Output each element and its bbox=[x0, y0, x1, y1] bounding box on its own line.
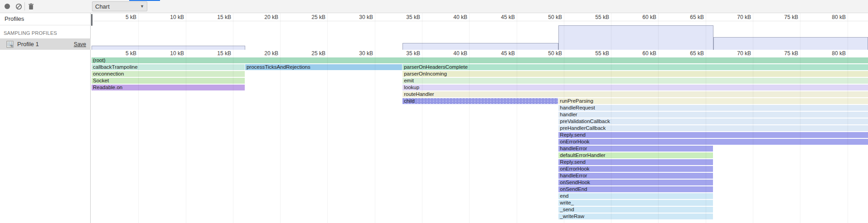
flame-bar-label: handleError bbox=[558, 146, 713, 152]
flame-bar-label: callbackTrampoline bbox=[92, 64, 245, 70]
flame-ruler-tick-label: 15 kB bbox=[217, 50, 231, 57]
flame-bar[interactable]: _send bbox=[558, 207, 713, 213]
overview-ruler-tick-label: 30 kB bbox=[359, 14, 373, 21]
gridline bbox=[280, 13, 281, 223]
overview-step[interactable] bbox=[402, 43, 558, 50]
gridline bbox=[564, 13, 564, 223]
flame-bar[interactable]: routeHandler bbox=[402, 91, 868, 97]
gridline bbox=[422, 13, 422, 223]
flame-bar[interactable]: onSendHook bbox=[558, 180, 713, 185]
flame-bar-label: _send bbox=[558, 207, 713, 213]
flame-bar[interactable]: onconnection bbox=[92, 71, 245, 77]
sidebar-title: Profiles bbox=[5, 15, 24, 22]
overview-ruler-tick-label: 80 kB bbox=[832, 14, 846, 21]
flame-bar[interactable]: handleError bbox=[558, 146, 713, 152]
sampling-profiles-heading: SAMPLING PROFILES bbox=[4, 30, 57, 36]
view-mode-select[interactable]: Chart ▼ bbox=[92, 1, 147, 11]
flame-bar-label: preValidationCallback bbox=[558, 119, 868, 124]
overview-ruler-tick-label: 20 kB bbox=[264, 14, 278, 21]
flame-bar[interactable]: parserOnIncoming bbox=[402, 71, 868, 77]
overview-ruler-tick-label: 50 kB bbox=[548, 14, 562, 21]
flame-ruler-tick-label: 55 kB bbox=[595, 50, 609, 57]
flame-bar[interactable]: Readable.on bbox=[92, 85, 245, 90]
flame-bar[interactable]: parserOnHeadersComplete bbox=[402, 64, 868, 70]
gridline bbox=[800, 13, 800, 223]
gridline bbox=[753, 13, 753, 223]
overview-ruler-tick-label: 40 kB bbox=[453, 14, 467, 21]
overview-step[interactable] bbox=[92, 46, 245, 50]
flame-bar[interactable]: preValidationCallback bbox=[558, 119, 868, 124]
gridline bbox=[611, 13, 611, 223]
flame-bar[interactable]: Socket bbox=[92, 78, 245, 84]
flame-ruler-tick-label: 70 kB bbox=[737, 50, 751, 57]
flame-ruler-tick-label: 50 kB bbox=[548, 50, 562, 57]
gridline bbox=[233, 13, 233, 223]
gridline bbox=[706, 13, 706, 223]
flame-bar[interactable]: onErrorHook bbox=[558, 139, 868, 145]
overview-ruler-tick-label: 10 kB bbox=[170, 14, 184, 21]
flame-bar[interactable]: runPreParsing bbox=[558, 98, 868, 104]
flame-ruler-tick-label: 30 kB bbox=[359, 50, 373, 57]
flame-bar[interactable]: emit bbox=[402, 78, 868, 84]
flame-bar-label: end bbox=[558, 193, 713, 199]
gridline bbox=[658, 13, 659, 223]
sidebar-item-profile-1[interactable]: % Profile 1 Save bbox=[0, 38, 91, 50]
flame-bar[interactable]: Reply.send bbox=[558, 132, 868, 138]
flame-bar-label: _writeRaw bbox=[558, 214, 713, 219]
overview-ruler-tick-label: 5 kB bbox=[126, 14, 136, 21]
overview-ruler-tick-label: 45 kB bbox=[501, 14, 515, 21]
view-mode-value: Chart bbox=[95, 3, 110, 10]
flame-bar-label: Socket bbox=[92, 78, 245, 84]
flame-ruler-tick-label: 5 kB bbox=[126, 50, 136, 57]
gridline bbox=[186, 13, 186, 223]
flame-bar[interactable]: onErrorHook bbox=[558, 166, 713, 172]
profiles-sidebar: Profiles SAMPLING PROFILES % Profile 1 S… bbox=[0, 13, 91, 223]
devtools-memory-panel: Chart ▼ Profiles SAMPLING PROFILES % Pro… bbox=[0, 0, 868, 223]
flame-ruler-tick-label: 80 kB bbox=[832, 50, 846, 57]
flame-bar[interactable]: end bbox=[558, 193, 713, 199]
flame-bar-label: onconnection bbox=[92, 71, 245, 77]
flame-bar-label: handleRequest bbox=[558, 105, 868, 111]
flame-bar-label: runPreParsing bbox=[558, 98, 868, 104]
overview-step[interactable] bbox=[713, 37, 868, 50]
flame-bar[interactable]: preHandlerCallback bbox=[558, 125, 868, 131]
flame-bar[interactable]: handleRequest bbox=[558, 105, 868, 111]
flame-bar[interactable]: lookup bbox=[402, 85, 868, 90]
flame-bar[interactable]: handleError bbox=[558, 173, 713, 179]
flame-bar[interactable]: child bbox=[402, 98, 558, 104]
flame-bar[interactable]: processTicksAndRejections bbox=[245, 64, 402, 70]
overview-ruler-tick-label: 75 kB bbox=[784, 14, 798, 21]
overview-ruler-tick-label: 25 kB bbox=[311, 14, 325, 21]
overview-ruler-tick-label: 15 kB bbox=[217, 14, 231, 21]
active-tab-indicator bbox=[129, 0, 160, 1]
save-profile-link[interactable]: Save bbox=[74, 41, 86, 47]
chevron-down-icon: ▼ bbox=[140, 4, 144, 9]
flame-bar-label: onSendEnd bbox=[558, 186, 713, 192]
clear-icon[interactable] bbox=[14, 2, 23, 11]
overview-ruler-tick-label: 55 kB bbox=[595, 14, 609, 21]
flame-bar[interactable]: Reply.send bbox=[558, 159, 713, 165]
flame-ruler-tick-label: 20 kB bbox=[264, 50, 278, 57]
flame-bar[interactable]: defaultErrorHandler bbox=[558, 152, 713, 158]
flame-bar-label: onErrorHook bbox=[558, 166, 713, 172]
flame-bar-label: onSendHook bbox=[558, 180, 713, 185]
flame-bar[interactable]: (root) bbox=[92, 57, 868, 63]
profile-name: Profile 1 bbox=[17, 41, 39, 47]
overview-drag-handle[interactable] bbox=[91, 14, 92, 26]
gridline bbox=[469, 13, 470, 223]
flame-ruler-tick-label: 10 kB bbox=[170, 50, 184, 57]
flame-ruler-tick-label: 35 kB bbox=[406, 50, 420, 57]
record-icon[interactable] bbox=[3, 2, 12, 11]
flame-bar[interactable]: handler bbox=[558, 112, 868, 118]
gridline bbox=[375, 13, 375, 223]
trash-icon[interactable] bbox=[26, 2, 35, 11]
flame-bar[interactable]: write_ bbox=[558, 200, 713, 206]
flame-bar[interactable]: callbackTrampoline bbox=[92, 64, 245, 70]
overview-step[interactable] bbox=[558, 25, 713, 50]
gridline bbox=[327, 13, 328, 223]
flame-bar-label: handler bbox=[558, 112, 868, 118]
flame-bar[interactable]: _writeRaw bbox=[558, 214, 713, 219]
flame-bar[interactable]: onSendEnd bbox=[558, 186, 713, 192]
gridline bbox=[517, 13, 517, 223]
ruler-divider bbox=[91, 21, 868, 21]
